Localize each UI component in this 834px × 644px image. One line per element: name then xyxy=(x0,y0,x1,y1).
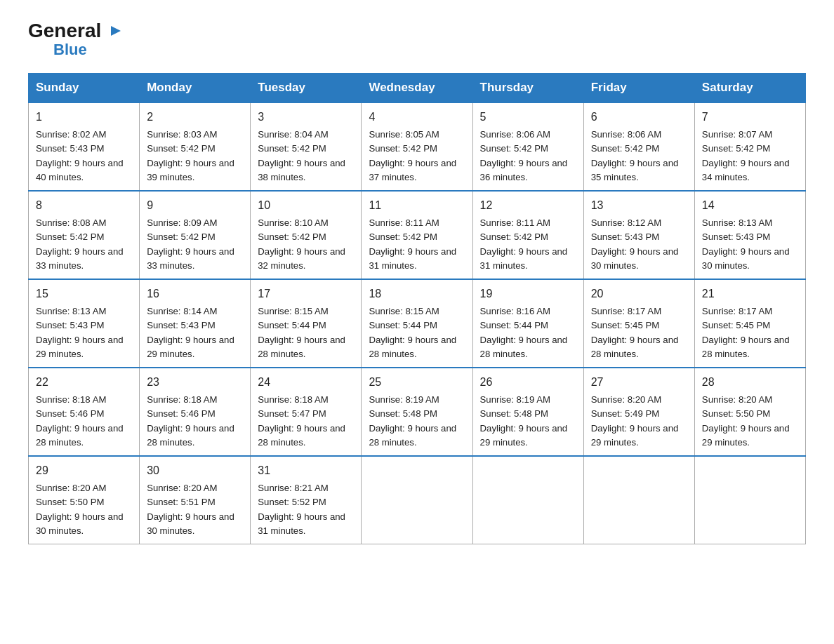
calendar-week-1: 1 Sunrise: 8:02 AMSunset: 5:43 PMDayligh… xyxy=(29,102,806,191)
day-number: 25 xyxy=(369,374,465,391)
calendar-cell: 4 Sunrise: 8:05 AMSunset: 5:42 PMDayligh… xyxy=(362,102,472,191)
day-number: 16 xyxy=(147,286,243,302)
day-number: 24 xyxy=(258,374,354,391)
day-number: 12 xyxy=(480,197,576,214)
calendar-cell xyxy=(583,456,694,544)
day-number: 27 xyxy=(591,374,687,391)
day-number: 4 xyxy=(369,109,465,126)
day-info: Sunrise: 8:20 AMSunset: 5:50 PMDaylight:… xyxy=(36,483,124,536)
day-info: Sunrise: 8:21 AMSunset: 5:52 PMDaylight:… xyxy=(258,483,345,536)
day-info: Sunrise: 8:15 AMSunset: 5:44 PMDaylight:… xyxy=(258,306,345,359)
calendar-cell: 19 Sunrise: 8:16 AMSunset: 5:44 PMDaylig… xyxy=(472,279,583,368)
calendar-cell: 23 Sunrise: 8:18 AMSunset: 5:46 PMDaylig… xyxy=(140,368,251,456)
weekday-header-monday: Monday xyxy=(140,74,251,103)
day-info: Sunrise: 8:12 AMSunset: 5:43 PMDaylight:… xyxy=(591,217,679,271)
day-number: 3 xyxy=(258,109,354,126)
weekday-header-saturday: Saturday xyxy=(694,74,805,103)
calendar-cell: 1 Sunrise: 8:02 AMSunset: 5:43 PMDayligh… xyxy=(29,102,140,191)
calendar-cell: 25 Sunrise: 8:19 AMSunset: 5:48 PMDaylig… xyxy=(362,368,472,456)
day-info: Sunrise: 8:07 AMSunset: 5:42 PMDaylight:… xyxy=(702,129,790,182)
day-info: Sunrise: 8:20 AMSunset: 5:49 PMDaylight:… xyxy=(591,394,679,448)
calendar-cell: 10 Sunrise: 8:10 AMSunset: 5:42 PMDaylig… xyxy=(251,191,362,279)
calendar-cell: 22 Sunrise: 8:18 AMSunset: 5:46 PMDaylig… xyxy=(29,368,140,456)
calendar-cell: 3 Sunrise: 8:04 AMSunset: 5:42 PMDayligh… xyxy=(251,102,362,191)
weekday-header-tuesday: Tuesday xyxy=(251,74,362,103)
calendar-cell: 29 Sunrise: 8:20 AMSunset: 5:50 PMDaylig… xyxy=(29,456,140,544)
calendar-week-3: 15 Sunrise: 8:13 AMSunset: 5:43 PMDaylig… xyxy=(29,279,806,368)
day-number: 17 xyxy=(258,286,354,302)
day-number: 19 xyxy=(480,286,576,302)
calendar-cell: 12 Sunrise: 8:11 AMSunset: 5:42 PMDaylig… xyxy=(472,191,583,279)
day-info: Sunrise: 8:09 AMSunset: 5:42 PMDaylight:… xyxy=(147,217,234,271)
day-info: Sunrise: 8:05 AMSunset: 5:42 PMDaylight:… xyxy=(369,129,456,182)
calendar-table: SundayMondayTuesdayWednesdayThursdayFrid… xyxy=(28,73,806,544)
day-number: 18 xyxy=(369,286,465,302)
day-info: Sunrise: 8:11 AMSunset: 5:42 PMDaylight:… xyxy=(480,217,568,271)
day-number: 30 xyxy=(147,462,243,479)
day-info: Sunrise: 8:13 AMSunset: 5:43 PMDaylight:… xyxy=(36,306,124,359)
calendar-cell: 6 Sunrise: 8:06 AMSunset: 5:42 PMDayligh… xyxy=(583,102,694,191)
day-info: Sunrise: 8:18 AMSunset: 5:46 PMDaylight:… xyxy=(147,394,234,448)
day-info: Sunrise: 8:15 AMSunset: 5:44 PMDaylight:… xyxy=(369,306,456,359)
day-info: Sunrise: 8:20 AMSunset: 5:50 PMDaylight:… xyxy=(702,394,790,448)
day-info: Sunrise: 8:19 AMSunset: 5:48 PMDaylight:… xyxy=(369,394,456,448)
day-info: Sunrise: 8:03 AMSunset: 5:42 PMDaylight:… xyxy=(147,129,234,182)
day-info: Sunrise: 8:06 AMSunset: 5:42 PMDaylight:… xyxy=(591,129,679,182)
day-number: 5 xyxy=(480,109,576,126)
calendar-cell: 27 Sunrise: 8:20 AMSunset: 5:49 PMDaylig… xyxy=(583,368,694,456)
day-number: 7 xyxy=(702,109,798,126)
calendar-cell: 17 Sunrise: 8:15 AMSunset: 5:44 PMDaylig… xyxy=(251,279,362,368)
day-number: 9 xyxy=(147,197,243,214)
calendar-cell: 24 Sunrise: 8:18 AMSunset: 5:47 PMDaylig… xyxy=(251,368,362,456)
day-number: 13 xyxy=(591,197,687,214)
day-number: 28 xyxy=(702,374,798,391)
calendar-cell: 5 Sunrise: 8:06 AMSunset: 5:42 PMDayligh… xyxy=(472,102,583,191)
calendar-cell: 8 Sunrise: 8:08 AMSunset: 5:42 PMDayligh… xyxy=(29,191,140,279)
day-info: Sunrise: 8:17 AMSunset: 5:45 PMDaylight:… xyxy=(591,306,679,359)
weekday-header-wednesday: Wednesday xyxy=(362,74,472,103)
weekday-header-friday: Friday xyxy=(583,74,694,103)
day-info: Sunrise: 8:02 AMSunset: 5:43 PMDaylight:… xyxy=(36,129,124,182)
day-number: 14 xyxy=(702,197,798,214)
day-info: Sunrise: 8:20 AMSunset: 5:51 PMDaylight:… xyxy=(147,483,234,536)
day-number: 10 xyxy=(258,197,354,214)
calendar-cell: 30 Sunrise: 8:20 AMSunset: 5:51 PMDaylig… xyxy=(140,456,251,544)
calendar-cell: 28 Sunrise: 8:20 AMSunset: 5:50 PMDaylig… xyxy=(694,368,805,456)
day-number: 6 xyxy=(591,109,687,126)
day-number: 22 xyxy=(36,374,132,391)
day-number: 29 xyxy=(36,462,132,479)
day-info: Sunrise: 8:16 AMSunset: 5:44 PMDaylight:… xyxy=(480,306,568,359)
calendar-cell: 11 Sunrise: 8:11 AMSunset: 5:42 PMDaylig… xyxy=(362,191,472,279)
day-number: 2 xyxy=(147,109,243,126)
calendar-cell: 31 Sunrise: 8:21 AMSunset: 5:52 PMDaylig… xyxy=(251,456,362,544)
day-info: Sunrise: 8:19 AMSunset: 5:48 PMDaylight:… xyxy=(480,394,568,448)
day-info: Sunrise: 8:11 AMSunset: 5:42 PMDaylight:… xyxy=(369,217,456,271)
calendar-cell: 7 Sunrise: 8:07 AMSunset: 5:42 PMDayligh… xyxy=(694,102,805,191)
calendar-week-2: 8 Sunrise: 8:08 AMSunset: 5:42 PMDayligh… xyxy=(29,191,806,279)
day-number: 20 xyxy=(591,286,687,302)
calendar-cell xyxy=(472,456,583,544)
day-number: 8 xyxy=(36,197,132,214)
calendar-cell: 14 Sunrise: 8:13 AMSunset: 5:43 PMDaylig… xyxy=(694,191,805,279)
calendar-cell: 26 Sunrise: 8:19 AMSunset: 5:48 PMDaylig… xyxy=(472,368,583,456)
day-info: Sunrise: 8:14 AMSunset: 5:43 PMDaylight:… xyxy=(147,306,234,359)
calendar-cell: 18 Sunrise: 8:15 AMSunset: 5:44 PMDaylig… xyxy=(362,279,472,368)
day-info: Sunrise: 8:18 AMSunset: 5:47 PMDaylight:… xyxy=(258,394,345,448)
weekday-header-row: SundayMondayTuesdayWednesdayThursdayFrid… xyxy=(29,74,806,103)
day-number: 23 xyxy=(147,374,243,391)
logo-blue-text: Blue xyxy=(53,41,124,59)
day-info: Sunrise: 8:10 AMSunset: 5:42 PMDaylight:… xyxy=(258,217,345,271)
day-info: Sunrise: 8:13 AMSunset: 5:43 PMDaylight:… xyxy=(702,217,790,271)
day-info: Sunrise: 8:06 AMSunset: 5:42 PMDaylight:… xyxy=(480,129,568,182)
weekday-header-thursday: Thursday xyxy=(472,74,583,103)
day-info: Sunrise: 8:17 AMSunset: 5:45 PMDaylight:… xyxy=(702,306,790,359)
page-header: General Blue xyxy=(28,21,806,59)
calendar-cell: 9 Sunrise: 8:09 AMSunset: 5:42 PMDayligh… xyxy=(140,191,251,279)
calendar-week-5: 29 Sunrise: 8:20 AMSunset: 5:50 PMDaylig… xyxy=(29,456,806,544)
calendar-cell xyxy=(694,456,805,544)
calendar-cell: 13 Sunrise: 8:12 AMSunset: 5:43 PMDaylig… xyxy=(583,191,694,279)
calendar-week-4: 22 Sunrise: 8:18 AMSunset: 5:46 PMDaylig… xyxy=(29,368,806,456)
day-info: Sunrise: 8:18 AMSunset: 5:46 PMDaylight:… xyxy=(36,394,124,448)
day-number: 11 xyxy=(369,197,465,214)
day-number: 21 xyxy=(702,286,798,302)
